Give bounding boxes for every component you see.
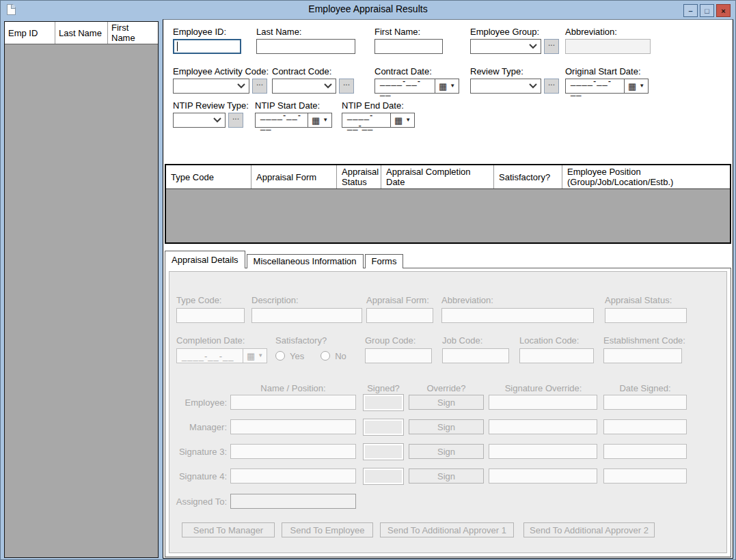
tab-forms[interactable]: Forms bbox=[365, 254, 404, 268]
minimize-button[interactable]: – bbox=[683, 4, 698, 17]
signature3-date-signed-input bbox=[603, 444, 687, 459]
job-code-input bbox=[442, 348, 509, 363]
detail-type-code-label: Type Code: bbox=[176, 295, 245, 305]
type-code-column-header: Type Code bbox=[166, 165, 251, 188]
maximize-button[interactable]: □ bbox=[700, 4, 714, 17]
dropdown-arrow-icon: ▼ bbox=[450, 83, 455, 89]
maximize-icon: □ bbox=[705, 7, 709, 15]
calendar-icon: ▦ bbox=[628, 82, 636, 91]
detail-description-label: Description: bbox=[251, 295, 362, 305]
dropdown-arrow-icon: ▼ bbox=[405, 117, 411, 123]
tab-strip: Appraisal Details Miscellaneous Informat… bbox=[165, 251, 405, 268]
detail-appraisal-status-group: Appraisal Status: bbox=[605, 295, 687, 323]
detail-appraisal-form-label: Appraisal Form: bbox=[366, 295, 433, 305]
detail-appraisal-form-group: Appraisal Form: bbox=[366, 295, 433, 323]
signature3-signed-box bbox=[363, 443, 404, 460]
name-position-header: Name / Position: bbox=[230, 383, 356, 393]
review-type-browse-button[interactable]: ... bbox=[544, 79, 559, 94]
calendar-icon: ▦ bbox=[247, 352, 255, 361]
original-start-date-picker-button[interactable]: ▦ ▼ bbox=[625, 79, 649, 94]
ntip-end-date-picker-button[interactable]: ▦ ▼ bbox=[391, 113, 415, 128]
signature3-signature-override-input bbox=[489, 444, 597, 459]
employee-id-group: Employee ID: bbox=[173, 27, 241, 54]
satisfactory-yes-radio bbox=[275, 351, 285, 361]
employee-group-label: Employee Group: bbox=[470, 27, 559, 37]
signature-row-manager: Manager: Sign bbox=[169, 419, 726, 437]
ntip-review-type-select[interactable] bbox=[173, 113, 226, 128]
ntip-end-date-input[interactable]: ____-__-__ bbox=[342, 113, 391, 128]
appraisals-table-body[interactable] bbox=[166, 189, 730, 243]
ntip-end-date-label: NTIP End Date: bbox=[342, 100, 415, 111]
first-name-input[interactable] bbox=[374, 39, 443, 54]
ntip-review-type-label: NTIP Review Type: bbox=[173, 100, 249, 111]
contract-date-label: Contract Date: bbox=[374, 66, 459, 76]
ntip-review-type-group: NTIP Review Type: ... bbox=[173, 100, 249, 128]
original-start-date-input[interactable]: ____-__-__ bbox=[565, 79, 625, 94]
employee-signed-box bbox=[363, 394, 404, 411]
chevron-down-icon bbox=[237, 83, 245, 89]
manager-date-signed-input bbox=[603, 419, 687, 434]
detail-appraisal-status-input bbox=[605, 308, 687, 323]
contract-code-browse-button[interactable]: ... bbox=[339, 79, 354, 94]
employee-date-signed-input bbox=[603, 395, 687, 410]
appraisal-completion-date-column-header: Appraisal Completion Date bbox=[381, 165, 494, 188]
employee-activity-code-label: Employee Activity Code: bbox=[173, 66, 269, 76]
signature4-row-label: Signature 4: bbox=[169, 471, 227, 481]
employee-list-body[interactable] bbox=[5, 44, 158, 557]
establishment-code-input bbox=[603, 348, 682, 363]
titlebar[interactable]: Employee Appraisal Results – □ × bbox=[1, 1, 735, 18]
manager-signed-box bbox=[363, 419, 404, 436]
job-code-label: Job Code: bbox=[442, 335, 509, 346]
review-type-select[interactable] bbox=[470, 79, 541, 94]
dropdown-arrow-icon: ▼ bbox=[323, 117, 328, 123]
close-button[interactable]: × bbox=[716, 4, 731, 17]
send-to-manager-button: Send To Manager bbox=[182, 522, 275, 537]
detail-appraisal-status-label: Appraisal Status: bbox=[605, 295, 687, 305]
satisfactory-yes-label: Yes bbox=[290, 351, 304, 361]
last-name-input[interactable] bbox=[256, 39, 355, 54]
close-icon: × bbox=[721, 7, 725, 15]
original-start-date-group: Original Start Date: ____-__-__ ▦ ▼ bbox=[565, 66, 649, 94]
appraisals-table: Type Code Appraisal Form Appraisal Statu… bbox=[165, 164, 731, 244]
employee-activity-code-group: Employee Activity Code: ... bbox=[173, 66, 269, 94]
employee-activity-code-select[interactable] bbox=[173, 79, 249, 94]
signature-row-employee: Employee: Sign bbox=[169, 395, 726, 412]
signature-row-signature3: Signature 3: Sign bbox=[169, 444, 726, 462]
appraisal-form-column-header: Appraisal Form bbox=[251, 165, 337, 188]
establishment-code-group: Establishment Code: bbox=[603, 335, 685, 363]
signature3-name-position-input bbox=[230, 444, 356, 459]
employee-group-browse-button[interactable]: ... bbox=[544, 39, 559, 54]
send-to-additional-approver-2-button: Send To Additional Approver 2 bbox=[523, 522, 655, 537]
first-name-label: First Name: bbox=[374, 27, 443, 37]
employee-list-header: Emp ID Last Name First Name bbox=[5, 22, 158, 44]
detail-abbreviation-group: Abbreviation: bbox=[441, 295, 594, 323]
tab-miscellaneous-information[interactable]: Miscellaneous Information bbox=[247, 254, 364, 268]
employee-position-column-header: Employee Position (Group/Job/Location/Es… bbox=[562, 165, 730, 188]
contract-date-picker-button[interactable]: ▦ ▼ bbox=[435, 79, 459, 94]
employee-signature-override-input bbox=[489, 395, 597, 410]
ntip-start-date-label: NTIP Start Date: bbox=[255, 100, 332, 111]
signed-header: Signed? bbox=[363, 383, 404, 393]
employee-id-label: Employee ID: bbox=[173, 27, 241, 37]
manager-name-position-input bbox=[230, 419, 356, 434]
employee-id-input[interactable] bbox=[173, 39, 241, 54]
signature-override-header: Signature Override: bbox=[478, 383, 608, 393]
group-code-label: Group Code: bbox=[365, 335, 432, 346]
location-code-label: Location Code: bbox=[519, 335, 594, 346]
chevron-down-icon bbox=[324, 83, 332, 89]
group-code-group: Group Code: bbox=[365, 335, 432, 363]
tab-appraisal-details[interactable]: Appraisal Details bbox=[165, 251, 245, 268]
signature4-signed-box bbox=[363, 468, 404, 485]
employee-group-select[interactable] bbox=[470, 39, 541, 54]
ntip-review-type-browse-button[interactable]: ... bbox=[228, 113, 243, 128]
ntip-start-date-picker-button[interactable]: ▦ ▼ bbox=[308, 113, 332, 128]
contract-code-select[interactable] bbox=[272, 79, 336, 94]
contract-date-input[interactable]: ____-__-__ bbox=[374, 79, 435, 94]
ntip-start-date-input[interactable]: ____-__-__ bbox=[255, 113, 308, 128]
employee-activity-code-browse-button[interactable]: ... bbox=[252, 79, 267, 94]
first-name-group: First Name: bbox=[374, 27, 443, 54]
signature3-row-label: Signature 3: bbox=[169, 447, 227, 457]
detail-type-code-input bbox=[176, 308, 245, 323]
last-name-label: Last Name: bbox=[256, 27, 355, 37]
dropdown-arrow-icon: ▼ bbox=[639, 83, 644, 89]
